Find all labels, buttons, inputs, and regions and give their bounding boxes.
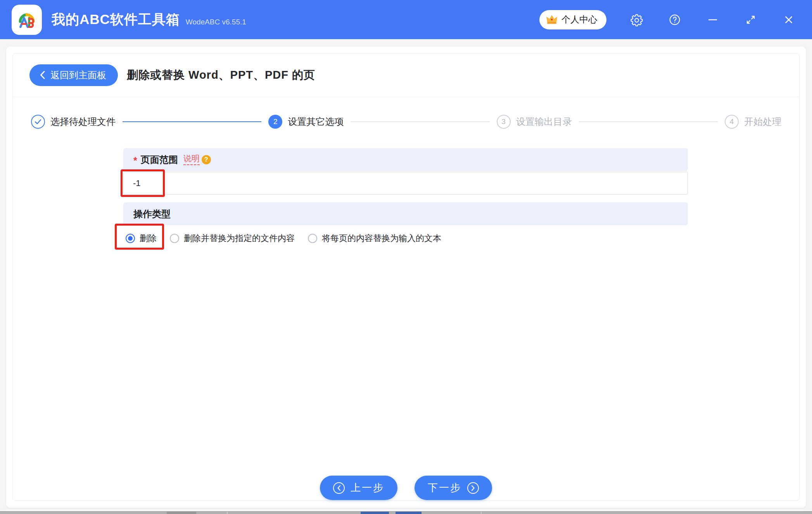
operation-type-radio-group: 删除 删除并替换为指定的文件内容 将每页的内容替换为输入的文本 (123, 230, 688, 247)
page-range-help-link[interactable]: 说明 (183, 154, 200, 165)
previous-step-label: 上一步 (351, 481, 384, 495)
options-form: * 页面范围 说明 ? 操作类型 删除 删除并替换为指定的文件内容 (123, 148, 688, 247)
radio-unselected-icon (170, 234, 179, 243)
radio-option-replace-with-file[interactable]: 删除并替换为指定的文件内容 (170, 233, 295, 244)
step-2-options: 2 设置其它选项 (268, 115, 344, 129)
back-button-label: 返回到主面板 (50, 69, 106, 81)
radio-option-replace-with-text-label: 将每页的内容替换为输入的文本 (322, 233, 441, 244)
stepper-connector (123, 121, 261, 122)
step-4-number: 4 (725, 115, 739, 129)
step-3-label: 设置输出目录 (516, 116, 572, 128)
question-badge-icon[interactable]: ? (202, 155, 211, 164)
operation-type-section-header: 操作类型 (123, 202, 688, 225)
required-asterisk: * (133, 155, 137, 166)
step-2-number: 2 (268, 115, 282, 129)
page-title: 删除或替换 Word、PPT、PDF 的页 (127, 67, 315, 83)
app-header: 我的ABC软件工具箱 WodeABC v6.55.1 个人中心 (0, 0, 812, 39)
step-4-start: 4 开始处理 (725, 115, 781, 129)
radio-selected-icon (126, 234, 135, 243)
minimize-icon (707, 14, 719, 26)
help-icon (669, 14, 681, 26)
page-range-section-header: * 页面范围 说明 ? (123, 148, 688, 171)
circle-chevron-right-icon (467, 482, 479, 494)
gear-icon (630, 13, 643, 26)
step-1-select-files: 选择待处理文件 (31, 115, 116, 129)
step-4-label: 开始处理 (744, 116, 781, 128)
tool-header-row: 返回到主面板 删除或替换 Word、PPT、PDF 的页 (13, 53, 799, 97)
wizard-nav: 上一步 下一步 (6, 476, 806, 500)
step-3-output-dir: 3 设置输出目录 (497, 115, 572, 129)
chevron-left-icon (40, 71, 45, 79)
minimize-button[interactable] (705, 12, 720, 28)
settings-button[interactable] (629, 12, 644, 28)
step-1-label: 选择待处理文件 (50, 116, 116, 128)
radio-dot (128, 236, 133, 241)
user-center-label: 个人中心 (561, 14, 597, 26)
next-step-button[interactable]: 下一步 (415, 476, 492, 500)
wizard-stepper: 选择待处理文件 2 设置其它选项 3 设置输出目录 4 开始处理 (31, 115, 781, 129)
radio-unselected-icon (308, 234, 317, 243)
content-panel: 返回到主面板 删除或替换 Word、PPT、PDF 的页 选择待处理文件 2 (12, 53, 800, 501)
taskbar-item[interactable] (167, 512, 196, 514)
stepper-connector (351, 121, 489, 122)
crown-icon (546, 14, 558, 25)
operation-type-label: 操作类型 (133, 208, 171, 220)
step-2-label: 设置其它选项 (288, 116, 344, 128)
back-button[interactable]: 返回到主面板 (29, 64, 118, 86)
resize-arrows-icon (745, 14, 757, 26)
radio-option-replace-with-file-label: 删除并替换为指定的文件内容 (184, 233, 295, 244)
radio-option-delete[interactable]: 删除 (126, 233, 157, 244)
taskbar-divider (481, 512, 482, 514)
previous-step-button[interactable]: 上一步 (320, 476, 397, 500)
app-version: WodeABC v6.55.1 (186, 18, 246, 26)
radio-option-delete-label: 删除 (140, 233, 157, 244)
taskbar-divider (227, 512, 228, 514)
step-1-check-icon (31, 115, 45, 129)
step-3-number: 3 (497, 115, 511, 129)
app-logo-icon (12, 5, 42, 35)
page-range-label: 页面范围 (141, 154, 178, 166)
app-title: 我的ABC软件工具箱 (52, 10, 180, 29)
taskbar-item[interactable] (361, 512, 389, 514)
resize-button[interactable] (743, 12, 758, 28)
titlebar-controls: 个人中心 (539, 10, 796, 29)
next-step-label: 下一步 (428, 481, 461, 495)
close-button[interactable] (781, 12, 796, 28)
circle-chevron-left-icon (333, 482, 345, 494)
close-icon (783, 14, 795, 26)
main-card: 返回到主面板 删除或替换 Word、PPT、PDF 的页 选择待处理文件 2 (6, 47, 806, 508)
user-center-button[interactable]: 个人中心 (539, 10, 606, 29)
stepper-connector (579, 121, 718, 122)
page-range-input[interactable] (123, 172, 688, 195)
radio-option-replace-with-text[interactable]: 将每页的内容替换为输入的文本 (308, 233, 441, 244)
app-window: 我的ABC软件工具箱 WodeABC v6.55.1 个人中心 (0, 0, 812, 514)
taskbar-item[interactable] (396, 512, 422, 514)
taskbar-sliver (0, 511, 812, 514)
help-button[interactable] (667, 12, 682, 28)
